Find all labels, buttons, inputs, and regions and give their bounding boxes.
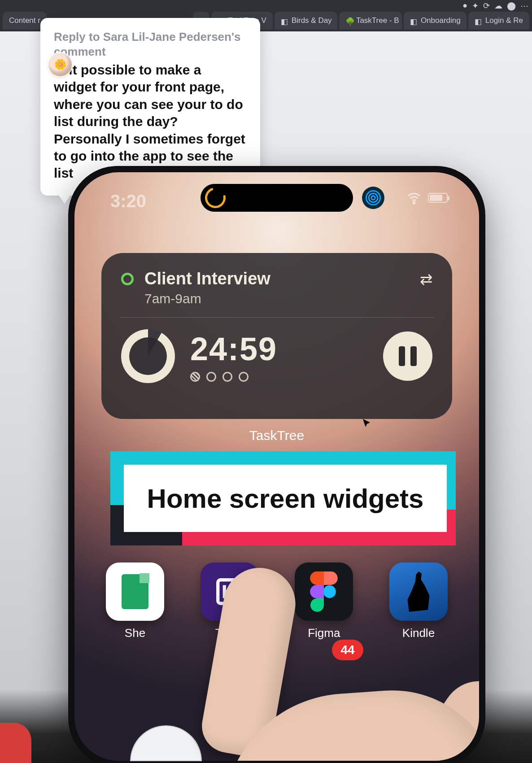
svg-point-0 <box>371 196 375 200</box>
pause-button[interactable] <box>383 331 432 381</box>
battery-icon <box>428 193 448 203</box>
swap-icon[interactable]: ⇄ <box>420 270 432 288</box>
session-dot-icon <box>206 372 216 382</box>
app-kindle[interactable]: Kindle <box>385 562 452 640</box>
figma-icon: ◧ <box>475 17 482 24</box>
task-title: Client Interview <box>144 269 270 288</box>
session-dot-icon <box>190 372 200 382</box>
iphone-frame: 3:20 Client Interview ⇄ <box>68 166 485 763</box>
task-time-range: 7am-9am <box>144 291 432 306</box>
browser-tab[interactable]: ◧Onboarding <box>404 12 467 30</box>
laptop-sticker-red <box>0 723 31 763</box>
svg-point-3 <box>413 202 414 204</box>
browser-tab[interactable]: ◧Birds & Day <box>275 12 337 30</box>
menubar-icon: ☁︎ <box>494 1 502 11</box>
mouse-cursor-icon <box>362 418 372 429</box>
app-figma[interactable]: Figma <box>290 562 358 640</box>
truist-icon <box>201 562 259 621</box>
caption-banner: Home screen widgets <box>110 451 456 545</box>
session-dot-icon <box>222 372 232 382</box>
figma-icon <box>295 562 353 621</box>
airdrop-icon[interactable] <box>362 187 384 209</box>
kindle-icon <box>389 562 448 621</box>
tasktree-widget[interactable]: Client Interview ⇄ 7am-9am 24:59 <box>101 253 452 419</box>
divider <box>119 317 434 318</box>
app-sheets[interactable]: She <box>101 562 169 640</box>
menubar-icon: ✦ <box>472 1 479 11</box>
pause-icon <box>399 346 417 366</box>
status-clock: 3:20 <box>110 191 146 211</box>
session-dot-icon <box>239 372 249 382</box>
task-status-circle-icon <box>121 273 134 285</box>
widget-app-label: TaskTree <box>74 428 479 443</box>
countdown-timer: 24:59 <box>190 331 277 367</box>
comment-body: Is it possible to make a widget for your… <box>54 61 247 182</box>
menubar-icon: ⬤ <box>507 1 516 11</box>
app-label: She <box>101 626 169 640</box>
dynamic-island[interactable] <box>201 184 353 212</box>
progress-ring-icon <box>121 329 175 383</box>
wifi-icon <box>406 190 422 205</box>
app-label: Truist <box>196 626 263 640</box>
screenshot-stage: ● ✦ ⟳ ☁︎ ⬤ ⋯ Content r s ◧TaskTree V ◧Bi… <box>0 0 532 763</box>
tree-icon: 🌳 <box>345 17 353 24</box>
iphone-home-screen[interactable]: 3:20 Client Interview ⇄ <box>74 172 479 761</box>
session-dots <box>190 372 277 382</box>
menubar-icons: ● ✦ ⟳ ☁︎ ⬤ ⋯ <box>462 1 528 11</box>
caption-text: Home screen widgets <box>147 483 424 514</box>
menubar-icon: ⋯ <box>520 1 528 11</box>
app-row: She Truist Figma Kindle <box>101 562 452 640</box>
svg-point-5 <box>323 585 336 598</box>
notification-badge: 44 <box>332 640 363 660</box>
svg-point-1 <box>369 193 378 202</box>
app-label: Figma <box>290 626 358 640</box>
browser-tab[interactable]: ◧Login & Re <box>468 12 529 30</box>
browser-tab[interactable]: 🌳TaskTree - B <box>339 12 402 30</box>
reply-to-label: Reply to Sara Lil-Jane Pedersen's commen… <box>54 30 247 59</box>
commenter-avatar: 🌼 <box>48 53 72 76</box>
figma-icon: ◧ <box>410 17 417 24</box>
figma-icon: ◧ <box>281 17 288 24</box>
status-right <box>406 190 448 205</box>
app-truist[interactable]: Truist <box>196 562 263 640</box>
app-label: Kindle <box>385 626 452 640</box>
menubar-icon: ● <box>462 1 467 11</box>
activity-ring-icon <box>201 184 230 212</box>
menubar-icon: ⟳ <box>483 1 490 11</box>
sheets-icon <box>106 562 164 621</box>
